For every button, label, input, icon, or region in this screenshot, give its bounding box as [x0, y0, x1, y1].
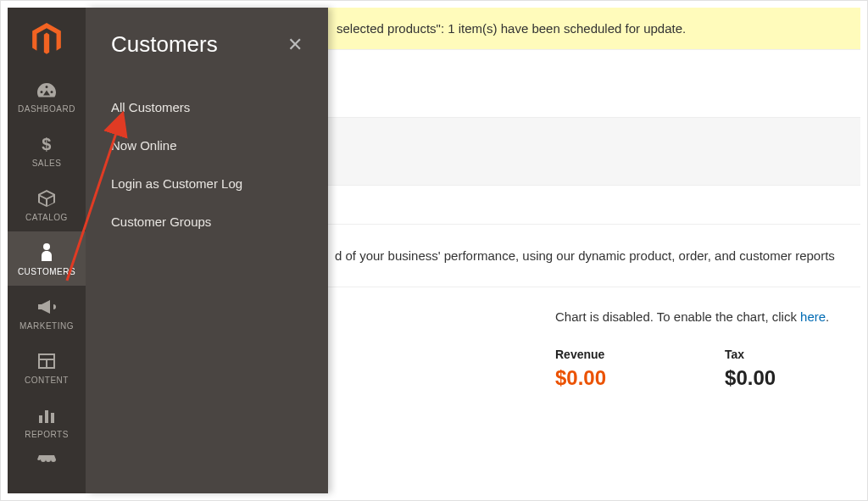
- nav-sales[interactable]: $ SALES: [8, 123, 86, 177]
- box-icon: [37, 187, 56, 209]
- svg-rect-3: [45, 410, 48, 423]
- megaphone-icon: [36, 296, 57, 318]
- stat-value: $0.00: [725, 366, 776, 390]
- submenu-customer-groups[interactable]: Customer Groups: [111, 214, 303, 229]
- nav-customers[interactable]: CUSTOMERS: [8, 231, 86, 286]
- chart-disabled-notice: Chart is disabled. To enable the chart, …: [548, 287, 860, 332]
- submenu-all-customers[interactable]: All Customers: [111, 100, 303, 114]
- main-content: selected products": 1 item(s) have been …: [328, 8, 860, 493]
- submenu-login-as-customer-log[interactable]: Login as Customer Log: [111, 176, 303, 191]
- customers-submenu: Customers ✕ All Customers Now Online Log…: [86, 8, 328, 493]
- chart-notice-prefix: Chart is disabled. To enable the chart, …: [555, 309, 800, 324]
- stat-value: $0.00: [555, 366, 606, 390]
- nav-dashboard[interactable]: DASHBOARD: [8, 69, 86, 123]
- system-message: selected products": 1 item(s) have been …: [328, 8, 860, 50]
- nav-catalog[interactable]: CATALOG: [8, 177, 86, 231]
- svg-rect-4: [51, 413, 54, 423]
- storefront-icon: [36, 452, 57, 470]
- nav-reports[interactable]: REPORTS: [8, 394, 86, 448]
- nav-label: DASHBOARD: [18, 104, 75, 114]
- admin-sidebar: DASHBOARD $ SALES CATALOG CUSTOMERS MARK…: [8, 8, 86, 493]
- dollar-icon: $: [41, 133, 53, 155]
- magento-logo: [30, 23, 64, 57]
- chart-notice-suffix: .: [826, 309, 829, 324]
- svg-text:$: $: [42, 135, 52, 153]
- nav-label: SALES: [32, 159, 62, 168]
- nav-stores-partial[interactable]: [8, 448, 86, 474]
- nav-label: CUSTOMERS: [18, 267, 75, 276]
- gauge-icon: [36, 79, 58, 101]
- nav-label: MARKETING: [19, 321, 74, 331]
- nav-label: CATALOG: [25, 213, 68, 222]
- nav-content[interactable]: CONTENT: [8, 340, 86, 394]
- enable-chart-link[interactable]: here: [800, 309, 826, 324]
- stat-tax: Tax $0.00: [725, 348, 776, 390]
- nav-label: REPORTS: [25, 430, 69, 439]
- submenu-now-online[interactable]: Now Online: [111, 138, 303, 153]
- person-icon: [40, 242, 53, 264]
- svg-rect-2: [39, 415, 42, 423]
- nav-label: CONTENT: [25, 376, 69, 385]
- message-text: selected products": 1 item(s) have been …: [337, 21, 686, 36]
- layout-icon: [37, 350, 56, 372]
- close-icon[interactable]: ✕: [287, 34, 303, 56]
- stat-label: Revenue: [555, 348, 606, 361]
- performance-snippet: d of your business' performance, using o…: [335, 248, 835, 263]
- bar-chart-icon: [38, 404, 55, 426]
- svg-point-1: [43, 243, 50, 250]
- stat-revenue: Revenue $0.00: [555, 348, 606, 390]
- nav-marketing[interactable]: MARKETING: [8, 286, 86, 340]
- submenu-title: Customers: [111, 31, 218, 58]
- stat-label: Tax: [725, 348, 776, 361]
